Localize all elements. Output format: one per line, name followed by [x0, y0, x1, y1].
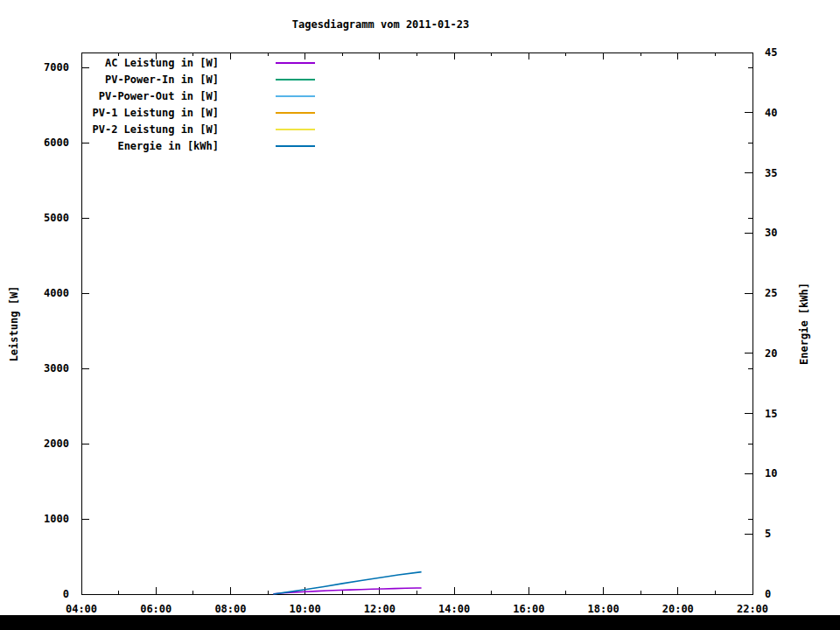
- x-tick-label: 06:00: [125, 603, 186, 615]
- x-tick-label: 16:00: [498, 603, 559, 615]
- legend-label: Energie in [kWh]: [18, 140, 219, 152]
- x-tick-label: 20:00: [648, 603, 709, 615]
- legend-label: PV-1 Leistung in [W]: [18, 107, 219, 119]
- x-tick-label: 14:00: [424, 603, 485, 615]
- x-tick-label: 08:00: [200, 603, 261, 615]
- y2-tick-label: 5: [765, 528, 771, 540]
- y2-tick-label: 15: [765, 408, 777, 420]
- x-tick-label: 22:00: [722, 603, 783, 615]
- y1-tick-label: 0: [0, 588, 69, 600]
- bottom-black-bar: [0, 615, 840, 630]
- y2-tick-label: 0: [765, 588, 771, 600]
- y1-tick-label: 5000: [0, 212, 69, 224]
- legend-label: PV-2 Leistung in [W]: [18, 123, 219, 136]
- x-tick-label: 04:00: [51, 603, 112, 615]
- y1-tick-label: 1000: [0, 513, 69, 525]
- x-tick-label: 18:00: [573, 603, 634, 615]
- y2-tick-label: 20: [765, 347, 777, 360]
- legend-label: AC Leistung in [W]: [18, 57, 219, 69]
- y2-tick-label: 25: [765, 287, 777, 299]
- y1-axis-title: Leistung [W]: [8, 286, 20, 362]
- legend-label: PV-Power-In in [W]: [18, 74, 219, 86]
- series-line-energie: [273, 572, 421, 594]
- legend-label: PV-Power-Out in [W]: [18, 90, 219, 102]
- chart-title: Tagesdiagramm vom 2011-01-23: [118, 18, 643, 31]
- x-tick-label: 12:00: [349, 603, 410, 615]
- x-tick-label: 10:00: [275, 603, 336, 615]
- y2-tick-label: 45: [765, 46, 777, 59]
- y2-tick-label: 35: [765, 167, 777, 179]
- y1-tick-label: 2000: [0, 438, 69, 450]
- y2-tick-label: 40: [765, 107, 777, 119]
- y2-tick-label: 30: [765, 227, 777, 239]
- gnuplot-daily-chart: 04:0006:0008:0010:0012:0014:0016:0018:00…: [0, 0, 840, 630]
- y2-tick-label: 10: [765, 467, 777, 480]
- y1-tick-label: 3000: [0, 362, 69, 374]
- y2-axis-title: Energie [kWh]: [798, 283, 810, 365]
